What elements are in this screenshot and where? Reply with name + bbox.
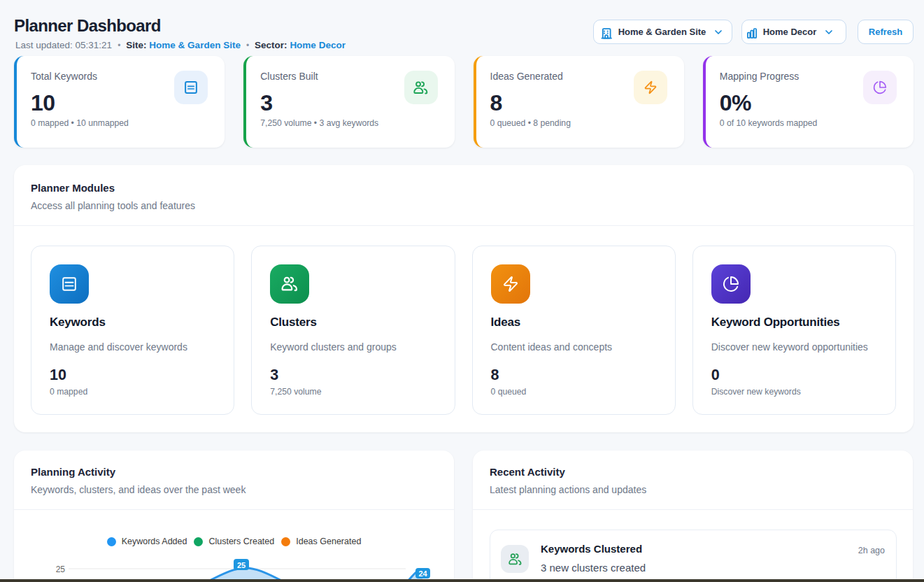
svg-text:25: 25: [237, 561, 246, 569]
svg-text:25: 25: [56, 565, 66, 574]
svg-text:24: 24: [418, 569, 427, 578]
